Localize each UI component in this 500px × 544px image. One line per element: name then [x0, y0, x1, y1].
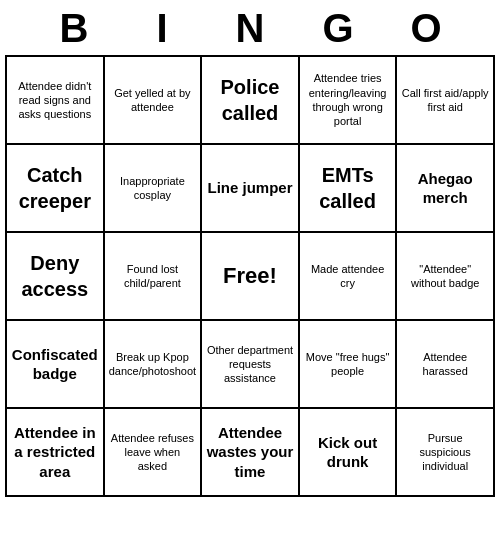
cell-text-7: Line jumper — [207, 178, 292, 198]
cell-text-13: Made attendee cry — [304, 262, 392, 291]
bingo-cell-12[interactable]: Free! — [202, 233, 300, 321]
cell-text-6: Inappropriate cosplay — [109, 174, 197, 203]
bingo-cell-5[interactable]: Catch creeper — [7, 145, 105, 233]
cell-text-3: Attendee tries entering/leaving through … — [304, 71, 392, 128]
bingo-cell-21[interactable]: Attendee refuses leave when asked — [105, 409, 203, 497]
bingo-cell-3[interactable]: Attendee tries entering/leaving through … — [300, 57, 398, 145]
bingo-cell-7[interactable]: Line jumper — [202, 145, 300, 233]
bingo-cell-10[interactable]: Deny access — [7, 233, 105, 321]
bingo-cell-1[interactable]: Get yelled at by attendee — [105, 57, 203, 145]
bingo-letter: O — [382, 6, 470, 51]
cell-text-23: Kick out drunk — [304, 433, 392, 472]
bingo-cell-16[interactable]: Break up Kpop dance/photoshoot — [105, 321, 203, 409]
cell-text-1: Get yelled at by attendee — [109, 86, 197, 115]
bingo-letter: I — [118, 6, 206, 51]
bingo-cell-4[interactable]: Call first aid/apply first aid — [397, 57, 495, 145]
bingo-letter: G — [294, 6, 382, 51]
bingo-cell-0[interactable]: Attendee didn't read signs and asks ques… — [7, 57, 105, 145]
bingo-cell-15[interactable]: Confiscated badge — [7, 321, 105, 409]
bingo-cell-13[interactable]: Made attendee cry — [300, 233, 398, 321]
cell-text-20: Attendee in a restricted area — [11, 423, 99, 482]
cell-text-0: Attendee didn't read signs and asks ques… — [11, 79, 99, 122]
bingo-cell-14[interactable]: "Attendee" without badge — [397, 233, 495, 321]
bingo-cell-6[interactable]: Inappropriate cosplay — [105, 145, 203, 233]
cell-text-24: Pursue suspicious individual — [401, 431, 489, 474]
bingo-cell-2[interactable]: Police called — [202, 57, 300, 145]
cell-text-11: Found lost child/parent — [109, 262, 197, 291]
cell-text-16: Break up Kpop dance/photoshoot — [109, 350, 197, 379]
cell-text-2: Police called — [206, 74, 294, 126]
cell-text-18: Move "free hugs" people — [304, 350, 392, 379]
cell-text-9: Ahegao merch — [401, 169, 489, 208]
bingo-letter: B — [30, 6, 118, 51]
bingo-title: BINGO — [5, 6, 495, 51]
bingo-card: BINGO Attendee didn't read signs and ask… — [5, 6, 495, 497]
cell-text-12: Free! — [223, 262, 277, 291]
bingo-grid: Attendee didn't read signs and asks ques… — [5, 55, 495, 497]
cell-text-17: Other department requests assistance — [206, 343, 294, 386]
cell-text-19: Attendee harassed — [401, 350, 489, 379]
cell-text-22: Attendee wastes your time — [206, 423, 294, 482]
bingo-cell-17[interactable]: Other department requests assistance — [202, 321, 300, 409]
bingo-cell-22[interactable]: Attendee wastes your time — [202, 409, 300, 497]
bingo-cell-19[interactable]: Attendee harassed — [397, 321, 495, 409]
cell-text-4: Call first aid/apply first aid — [401, 86, 489, 115]
bingo-letter: N — [206, 6, 294, 51]
bingo-cell-24[interactable]: Pursue suspicious individual — [397, 409, 495, 497]
cell-text-5: Catch creeper — [11, 162, 99, 214]
bingo-cell-11[interactable]: Found lost child/parent — [105, 233, 203, 321]
bingo-cell-20[interactable]: Attendee in a restricted area — [7, 409, 105, 497]
cell-text-10: Deny access — [11, 250, 99, 302]
bingo-cell-8[interactable]: EMTs called — [300, 145, 398, 233]
bingo-cell-23[interactable]: Kick out drunk — [300, 409, 398, 497]
cell-text-21: Attendee refuses leave when asked — [109, 431, 197, 474]
cell-text-14: "Attendee" without badge — [401, 262, 489, 291]
cell-text-8: EMTs called — [304, 162, 392, 214]
cell-text-15: Confiscated badge — [11, 345, 99, 384]
bingo-cell-18[interactable]: Move "free hugs" people — [300, 321, 398, 409]
bingo-cell-9[interactable]: Ahegao merch — [397, 145, 495, 233]
